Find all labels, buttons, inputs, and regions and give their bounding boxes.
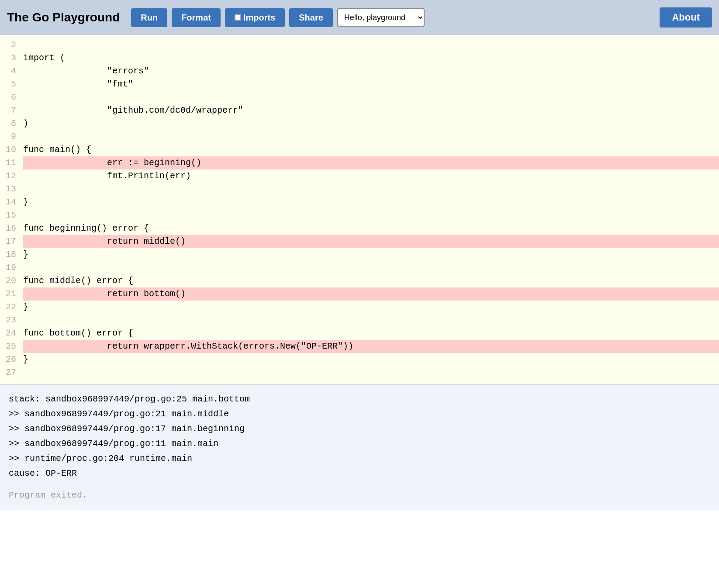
code-line (23, 209, 719, 222)
line-number: 9 (3, 130, 16, 143)
code-line: return bottom() (23, 287, 719, 301)
code-line: return wrapperr.WithStack(errors.New("OP… (23, 340, 719, 353)
line-number: 12 (3, 169, 16, 183)
about-button[interactable]: About (660, 7, 712, 28)
line-number: 20 (3, 274, 16, 287)
code-line: err := beginning() (23, 156, 719, 169)
app-title: The Go Playground (7, 10, 120, 24)
imports-checkbox[interactable] (235, 14, 241, 21)
line-number: 5 (3, 78, 16, 91)
format-button[interactable]: Format (172, 8, 221, 27)
line-number: 14 (3, 196, 16, 209)
code-line: } (23, 248, 719, 261)
code-line (23, 130, 719, 143)
line-numbers: 2345678910111213141516171819202122232425… (0, 35, 20, 384)
code-line: } (23, 301, 719, 314)
program-exited-message: Program exited. (9, 488, 710, 503)
line-number: 7 (3, 104, 16, 117)
line-number: 21 (3, 287, 16, 301)
code-line: func middle() error { (23, 274, 719, 287)
line-number: 13 (3, 183, 16, 196)
line-number: 27 (3, 366, 16, 379)
line-number: 23 (3, 314, 16, 327)
code-line: func beginning() error { (23, 222, 719, 235)
output-line: >> sandbox968997449/prog.go:17 main.begi… (9, 422, 710, 436)
line-number: 10 (3, 143, 16, 156)
share-button[interactable]: Share (289, 8, 333, 27)
output-line: >> sandbox968997449/prog.go:21 main.midd… (9, 407, 710, 422)
output-panel: stack: sandbox968997449/prog.go:25 main.… (0, 384, 719, 510)
code-line: } (23, 196, 719, 209)
code-line: } (23, 353, 719, 366)
line-number: 24 (3, 327, 16, 340)
line-number: 8 (3, 117, 16, 130)
imports-button[interactable]: Imports (225, 8, 285, 27)
line-number: 18 (3, 248, 16, 261)
code-content[interactable]: import ( "errors" "fmt" "github.com/dc0d… (20, 35, 719, 384)
output-line: cause: OP-ERR (9, 466, 710, 481)
line-number: 25 (3, 340, 16, 353)
app-header: The Go Playground Run Format Imports Sha… (0, 0, 719, 35)
line-number: 6 (3, 91, 16, 104)
code-editor[interactable]: 2345678910111213141516171819202122232425… (0, 35, 719, 384)
code-line: fmt.Println(err) (23, 169, 719, 183)
code-line: import ( (23, 52, 719, 65)
line-number: 11 (3, 156, 16, 169)
run-button[interactable]: Run (131, 8, 167, 27)
output-line: >> sandbox968997449/prog.go:11 main.main (9, 436, 710, 451)
output-line: >> runtime/proc.go:204 runtime.main (9, 451, 710, 466)
code-line: "fmt" (23, 78, 719, 91)
code-line (23, 261, 719, 274)
code-line: return middle() (23, 235, 719, 248)
line-number: 19 (3, 261, 16, 274)
line-number: 26 (3, 353, 16, 366)
code-line: func main() { (23, 143, 719, 156)
snippet-select[interactable]: Hello, playgroundFibonacciHello, World! (337, 8, 425, 27)
line-number: 2 (3, 38, 16, 52)
code-line: "errors" (23, 65, 719, 78)
code-line (23, 183, 719, 196)
code-line (23, 366, 719, 379)
line-number: 17 (3, 235, 16, 248)
code-line: "github.com/dc0d/wrapperr" (23, 104, 719, 117)
code-line (23, 38, 719, 52)
line-number: 16 (3, 222, 16, 235)
line-number: 3 (3, 52, 16, 65)
code-line (23, 91, 719, 104)
line-number: 15 (3, 209, 16, 222)
code-line: ) (23, 117, 719, 130)
line-number: 22 (3, 301, 16, 314)
code-line: func bottom() error { (23, 327, 719, 340)
line-number: 4 (3, 65, 16, 78)
code-line (23, 314, 719, 327)
output-line: stack: sandbox968997449/prog.go:25 main.… (9, 392, 710, 407)
